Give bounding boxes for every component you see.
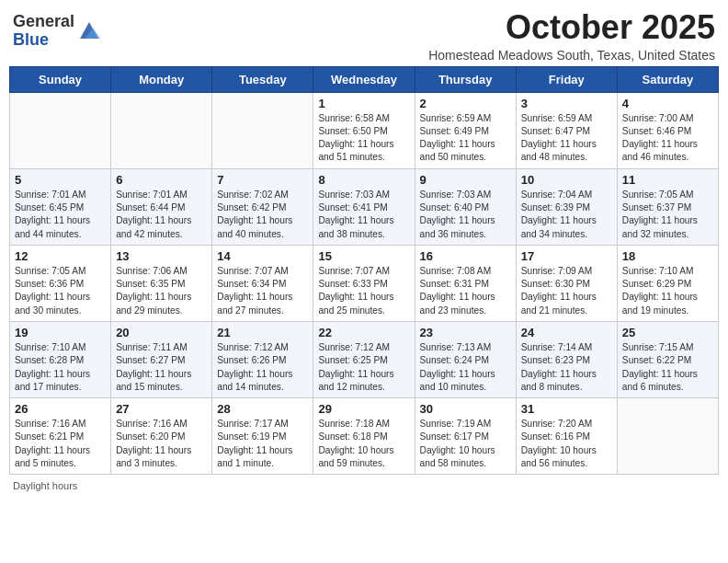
title-block: October 2025 Homestead Meadows South, Te… (428, 9, 715, 63)
day-info: Sunrise: 6:59 AM Sunset: 6:49 PM Dayligh… (420, 112, 511, 165)
calendar-week-row: 19Sunrise: 7:10 AM Sunset: 6:28 PM Dayli… (10, 321, 719, 397)
day-number: 23 (420, 326, 511, 339)
day-number: 11 (622, 173, 713, 187)
day-number: 14 (217, 249, 308, 263)
calendar-cell: 31Sunrise: 7:20 AM Sunset: 6:16 PM Dayli… (516, 398, 617, 475)
logo: General Blue (13, 13, 102, 50)
day-info: Sunrise: 7:17 AM Sunset: 6:19 PM Dayligh… (217, 418, 308, 470)
day-number: 28 (217, 402, 308, 416)
calendar-cell: 6Sunrise: 7:01 AM Sunset: 6:44 PM Daylig… (111, 168, 212, 245)
calendar-cell: 4Sunrise: 7:00 AM Sunset: 6:46 PM Daylig… (617, 92, 718, 168)
day-number: 6 (116, 173, 207, 187)
calendar-cell: 3Sunrise: 6:59 AM Sunset: 6:47 PM Daylig… (516, 92, 617, 168)
day-info: Sunrise: 7:16 AM Sunset: 6:21 PM Dayligh… (15, 418, 106, 470)
calendar-cell: 1Sunrise: 6:58 AM Sunset: 6:50 PM Daylig… (313, 92, 415, 168)
day-info: Sunrise: 7:12 AM Sunset: 6:26 PM Dayligh… (217, 341, 308, 394)
calendar-cell: 22Sunrise: 7:12 AM Sunset: 6:25 PM Dayli… (313, 321, 415, 397)
day-info: Sunrise: 7:10 AM Sunset: 6:29 PM Dayligh… (622, 265, 713, 317)
logo-general-text: General (13, 12, 74, 30)
calendar-cell: 11Sunrise: 7:05 AM Sunset: 6:37 PM Dayli… (617, 168, 718, 245)
day-number: 13 (116, 249, 207, 263)
day-number: 7 (217, 173, 308, 187)
day-info: Sunrise: 7:05 AM Sunset: 6:36 PM Dayligh… (15, 265, 106, 317)
calendar-cell (212, 92, 313, 168)
calendar-cell: 18Sunrise: 7:10 AM Sunset: 6:29 PM Dayli… (617, 245, 718, 321)
day-info: Sunrise: 7:08 AM Sunset: 6:31 PM Dayligh… (420, 265, 511, 317)
calendar-cell: 10Sunrise: 7:04 AM Sunset: 6:39 PM Dayli… (516, 168, 617, 245)
page-header: General Blue October 2025 Homestead Mead… (9, 9, 719, 63)
weekday-header-thursday: Thursday (415, 66, 516, 92)
calendar-cell (111, 92, 212, 168)
calendar-cell: 29Sunrise: 7:18 AM Sunset: 6:18 PM Dayli… (313, 398, 415, 475)
subtitle: Homestead Meadows South, Texas, United S… (428, 48, 715, 63)
day-info: Sunrise: 6:59 AM Sunset: 6:47 PM Dayligh… (521, 112, 612, 165)
calendar-cell: 5Sunrise: 7:01 AM Sunset: 6:45 PM Daylig… (10, 168, 111, 245)
month-title: October 2025 (428, 9, 715, 46)
day-number: 2 (420, 97, 511, 110)
day-number: 17 (521, 249, 612, 263)
calendar-cell: 28Sunrise: 7:17 AM Sunset: 6:19 PM Dayli… (212, 398, 313, 475)
day-number: 8 (318, 173, 409, 187)
calendar-week-row: 5Sunrise: 7:01 AM Sunset: 6:45 PM Daylig… (10, 168, 719, 245)
weekday-header-friday: Friday (516, 66, 617, 92)
day-number: 10 (521, 173, 612, 187)
calendar-cell: 19Sunrise: 7:10 AM Sunset: 6:28 PM Dayli… (10, 321, 111, 397)
logo-icon (76, 18, 102, 44)
day-number: 20 (116, 326, 207, 339)
day-number: 5 (15, 173, 106, 187)
day-info: Sunrise: 7:09 AM Sunset: 6:30 PM Dayligh… (521, 265, 612, 317)
day-number: 29 (318, 402, 409, 416)
day-info: Sunrise: 7:04 AM Sunset: 6:39 PM Dayligh… (521, 189, 612, 241)
day-info: Sunrise: 7:15 AM Sunset: 6:22 PM Dayligh… (622, 341, 713, 394)
calendar-cell: 7Sunrise: 7:02 AM Sunset: 6:42 PM Daylig… (212, 168, 313, 245)
calendar-week-row: 1Sunrise: 6:58 AM Sunset: 6:50 PM Daylig… (10, 92, 719, 168)
calendar-cell: 9Sunrise: 7:03 AM Sunset: 6:40 PM Daylig… (415, 168, 516, 245)
calendar-cell: 24Sunrise: 7:14 AM Sunset: 6:23 PM Dayli… (516, 321, 617, 397)
calendar-cell: 15Sunrise: 7:07 AM Sunset: 6:33 PM Dayli… (313, 245, 415, 321)
calendar-cell: 27Sunrise: 7:16 AM Sunset: 6:20 PM Dayli… (111, 398, 212, 475)
day-number: 4 (622, 97, 713, 110)
day-info: Sunrise: 7:19 AM Sunset: 6:17 PM Dayligh… (420, 418, 511, 470)
calendar-cell: 16Sunrise: 7:08 AM Sunset: 6:31 PM Dayli… (415, 245, 516, 321)
day-number: 19 (15, 326, 106, 339)
day-number: 21 (217, 326, 308, 339)
day-info: Sunrise: 7:11 AM Sunset: 6:27 PM Dayligh… (116, 341, 207, 394)
day-info: Sunrise: 7:00 AM Sunset: 6:46 PM Dayligh… (622, 112, 713, 165)
day-number: 27 (116, 402, 207, 416)
weekday-header-saturday: Saturday (617, 66, 718, 92)
day-info: Sunrise: 7:05 AM Sunset: 6:37 PM Dayligh… (622, 189, 713, 241)
day-number: 3 (521, 97, 612, 110)
logo-blue-text: Blue (13, 30, 49, 49)
day-info: Sunrise: 7:12 AM Sunset: 6:25 PM Dayligh… (318, 341, 409, 394)
calendar-cell: 14Sunrise: 7:07 AM Sunset: 6:34 PM Dayli… (212, 245, 313, 321)
footer-daylight: Daylight hours (9, 480, 719, 491)
day-info: Sunrise: 7:01 AM Sunset: 6:45 PM Dayligh… (15, 189, 106, 241)
day-number: 26 (15, 402, 106, 416)
day-info: Sunrise: 7:03 AM Sunset: 6:41 PM Dayligh… (318, 189, 409, 241)
day-number: 30 (420, 402, 511, 416)
day-number: 24 (521, 326, 612, 339)
calendar-cell: 13Sunrise: 7:06 AM Sunset: 6:35 PM Dayli… (111, 245, 212, 321)
calendar-cell: 23Sunrise: 7:13 AM Sunset: 6:24 PM Dayli… (415, 321, 516, 397)
day-number: 22 (318, 326, 409, 339)
calendar-table: SundayMondayTuesdayWednesdayThursdayFrid… (9, 66, 719, 476)
calendar-cell: 21Sunrise: 7:12 AM Sunset: 6:26 PM Dayli… (212, 321, 313, 397)
day-info: Sunrise: 7:10 AM Sunset: 6:28 PM Dayligh… (15, 341, 106, 394)
calendar-cell: 17Sunrise: 7:09 AM Sunset: 6:30 PM Dayli… (516, 245, 617, 321)
calendar-cell: 30Sunrise: 7:19 AM Sunset: 6:17 PM Dayli… (415, 398, 516, 475)
day-info: Sunrise: 7:20 AM Sunset: 6:16 PM Dayligh… (521, 418, 612, 470)
day-info: Sunrise: 7:14 AM Sunset: 6:23 PM Dayligh… (521, 341, 612, 394)
weekday-header-sunday: Sunday (10, 66, 111, 92)
day-number: 15 (318, 249, 409, 263)
day-info: Sunrise: 7:07 AM Sunset: 6:33 PM Dayligh… (318, 265, 409, 317)
day-number: 1 (318, 97, 409, 110)
day-number: 12 (15, 249, 106, 263)
day-info: Sunrise: 7:06 AM Sunset: 6:35 PM Dayligh… (116, 265, 207, 317)
day-number: 25 (622, 326, 713, 339)
day-info: Sunrise: 7:16 AM Sunset: 6:20 PM Dayligh… (116, 418, 207, 470)
calendar-cell: 20Sunrise: 7:11 AM Sunset: 6:27 PM Dayli… (111, 321, 212, 397)
calendar-week-row: 12Sunrise: 7:05 AM Sunset: 6:36 PM Dayli… (10, 245, 719, 321)
weekday-header-row: SundayMondayTuesdayWednesdayThursdayFrid… (10, 66, 719, 92)
calendar-week-row: 26Sunrise: 7:16 AM Sunset: 6:21 PM Dayli… (10, 398, 719, 475)
day-number: 16 (420, 249, 511, 263)
